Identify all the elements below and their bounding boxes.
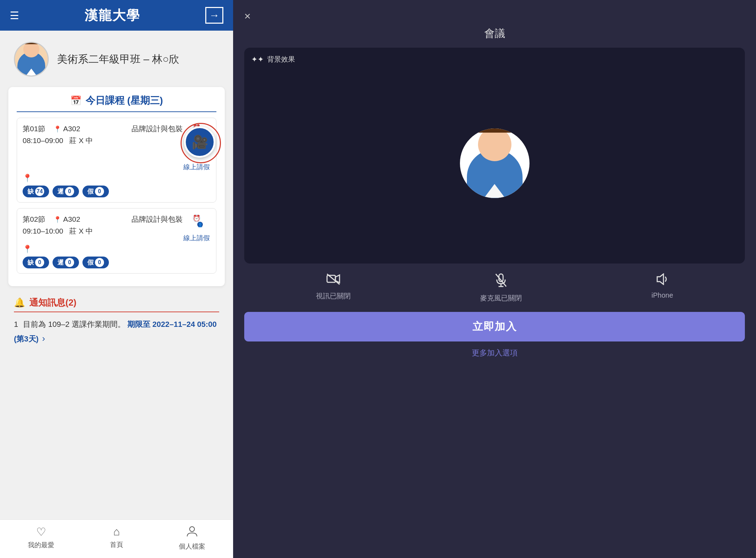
clock-person-icon-2: ⏰ 👤	[188, 213, 205, 230]
class-teacher-2: 莊 X 中	[69, 227, 93, 235]
video-label: 視訊已關閉	[316, 291, 351, 301]
video-placeholder	[251, 70, 738, 257]
controls-row: 視訊已關閉 麥克風已關閉 iPhone	[244, 264, 745, 306]
class-info-left-1: 第01節 📍 A302 08:10–09:00 莊 X 中	[23, 123, 132, 146]
menu-icon[interactable]: ☰	[10, 9, 19, 22]
svg-marker-16	[657, 274, 663, 284]
svg-text:👤: 👤	[198, 222, 203, 227]
svg-text:⏰: ⏰	[193, 214, 201, 222]
sparkle-icon: ✦✦	[251, 55, 264, 64]
badge-late-2: 遲 0	[53, 257, 79, 268]
notification-item-1: 1 目前為 109–2 選課作業期間。 期限至 2022–11–24 05:00…	[14, 318, 219, 346]
mic-off-icon	[495, 273, 507, 290]
control-mic[interactable]: 麥克風已關閉	[480, 273, 522, 303]
class-item-1: 第01節 📍 A302 08:10–09:00 莊 X 中 品牌設計與包裝	[17, 118, 216, 203]
class-period-1: 第01節	[23, 125, 45, 133]
more-options[interactable]: 更多加入選項	[244, 341, 745, 361]
class-room-1: A302	[63, 125, 80, 133]
profile-section: 美術系二年級甲班 – 林○欣	[0, 31, 233, 84]
camera-icon-1: 🎥	[192, 134, 208, 150]
notification-header: 🔔 通知訊息(2)	[14, 297, 219, 312]
nav-home[interactable]: ⌂ 首頁	[110, 525, 123, 551]
audio-label: iPhone	[652, 291, 673, 299]
schedule-card: 📅 今日課程 (星期三) 第01節 📍 A302 08:10–09:00 莊	[8, 87, 225, 286]
control-audio[interactable]: iPhone	[652, 273, 673, 303]
badge-leave-2: 假 0	[82, 257, 109, 268]
right-panel: × 會議 ✦✦ 背景效果 視訊已關閉	[233, 0, 756, 558]
badge-leave-1: 假 0	[82, 186, 109, 197]
nav-favorites[interactable]: ♡ 我的最愛	[28, 525, 54, 551]
badge-absent-1: 缺 74	[23, 186, 49, 197]
class-info-left-2: 第02節 📍 A302 09:10–10:00 莊 X 中	[23, 213, 132, 237]
notification-section: 🔔 通知訊息(2) 1 目前為 109–2 選課作業期間。 期限至 2022–1…	[0, 290, 233, 353]
attendance-badges-2: 缺 0 遲 0 假 0	[23, 257, 210, 268]
person-icon	[186, 525, 198, 540]
online-leave-1[interactable]: 線上請假	[183, 163, 210, 171]
class-item-2: 第02節 📍 A302 09:10–10:00 莊 X 中 品牌設計與包裝	[17, 208, 216, 274]
badge-late-1: 遲 0	[53, 186, 79, 197]
class-time-1: 08:10–09:00	[23, 136, 63, 144]
avatar-large	[460, 128, 530, 198]
class-room-2: A302	[63, 215, 80, 223]
app-header: ☰ 漢龍大學 →	[0, 0, 233, 31]
class-time-2: 09:10–10:00	[23, 227, 63, 235]
control-video[interactable]: 視訊已關閉	[316, 273, 351, 303]
left-panel: ☰ 漢龍大學 → 美術系二年級甲班 – 林○欣 📅 今日課程 (星期三) 第01…	[0, 0, 233, 558]
heart-icon: ♡	[36, 525, 46, 539]
location-icon-1: 📍	[54, 126, 61, 133]
svg-point-8	[190, 527, 194, 532]
location-icon-2: 📍	[54, 216, 61, 223]
camera-overlay-1[interactable]: 🎥	[184, 126, 215, 158]
class-course-2: 品牌設計與包裝	[132, 213, 183, 225]
nav-profile[interactable]: 個人檔案	[179, 525, 205, 551]
profile-name: 美術系二年級甲班 – 林○欣	[57, 52, 179, 66]
mic-label: 麥克風已關閉	[480, 293, 522, 303]
class-actions-2: ⏰ 👤 線上請假	[183, 213, 210, 243]
meeting-title: 會議	[244, 26, 745, 41]
svg-rect-9	[327, 275, 335, 282]
badge-absent-2: 缺 0	[23, 257, 49, 268]
avatar	[14, 42, 49, 77]
join-button[interactable]: 立即加入	[244, 312, 745, 341]
attendance-badges-1: 缺 74 遲 0 假 0	[23, 186, 210, 197]
online-leave-2[interactable]: 線上請假	[183, 234, 210, 243]
schedule-title: 📅 今日課程 (星期三)	[17, 94, 216, 112]
class-period-2: 第02節	[23, 215, 45, 223]
bell-icon: 🔔	[14, 297, 25, 308]
bg-effect-label: ✦✦ 背景效果	[251, 55, 738, 64]
app-title: 漢龍大學	[85, 7, 140, 24]
location-pin-1: 📍	[23, 174, 32, 182]
bottom-nav: ♡ 我的最愛 ⌂ 首頁 個人檔案	[0, 519, 233, 558]
class-teacher-1: 莊 X 中	[69, 136, 93, 144]
calendar-icon: 📅	[70, 95, 81, 106]
location-pin-2: 📍	[23, 245, 32, 253]
home-icon: ⌂	[113, 525, 120, 538]
video-area: ✦✦ 背景效果	[244, 48, 745, 264]
exit-icon[interactable]: →	[205, 7, 223, 24]
close-button[interactable]: ×	[244, 10, 251, 23]
class-course-1: 品牌設計與包裝	[132, 123, 183, 135]
class-actions-1: ⏰ 👤 🎥 線上請假	[183, 123, 210, 172]
video-off-icon	[326, 273, 340, 288]
notification-arrow-1[interactable]: ›	[42, 333, 45, 344]
speaker-icon	[656, 273, 669, 288]
